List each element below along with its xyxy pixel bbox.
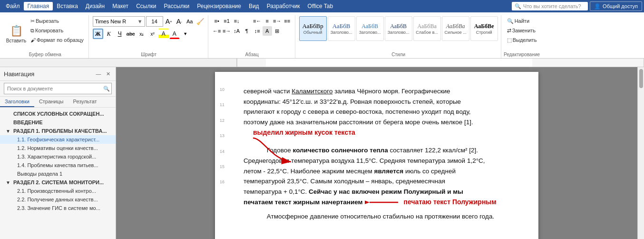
style-normal[interactable]: АаБбВр Обычный bbox=[299, 16, 327, 41]
superscript-button[interactable]: x² bbox=[147, 29, 158, 39]
borders-button[interactable]: ⊞ bbox=[273, 26, 282, 36]
font-size-selector[interactable]: 14 bbox=[146, 16, 163, 27]
find-button[interactable]: 🔍 Найти bbox=[505, 16, 539, 26]
navigation-panel: Навигация — ✕ 🔍 Заголовки Страницы Резул… bbox=[0, 67, 116, 239]
style-subtle[interactable]: АаБбВа Слабое в... bbox=[413, 16, 441, 41]
menu-file[interactable]: Файл bbox=[2, 2, 24, 10]
increase-indent-button[interactable]: ≡→ bbox=[222, 26, 232, 36]
paste-button[interactable]: 📋 Вставить bbox=[5, 21, 28, 46]
annotation-2-text: печатаю текст Полужирным bbox=[404, 197, 497, 207]
strikethrough-button[interactable]: abc bbox=[126, 29, 136, 39]
bullet-list-button[interactable]: ≡• bbox=[212, 16, 222, 26]
style-h3-label: Заголово... bbox=[388, 30, 410, 35]
tree-item-1-2[interactable]: 1.2. Нормативы оценки качеств... bbox=[0, 144, 116, 152]
tree-item-1-1[interactable]: 1.1. Геофизическая характерист... bbox=[0, 135, 116, 144]
multilevel-list-button[interactable]: ≡↓ bbox=[232, 16, 242, 26]
vertical-scrollbar-thumb[interactable] bbox=[639, 69, 643, 88]
tree-label-shortcuts: СПИСОК УСЛОВНЫХ СОКРАЩЕН... bbox=[13, 111, 104, 117]
change-case-button[interactable]: Aa bbox=[185, 17, 195, 26]
ruler: // will be drawn via JS below bbox=[0, 59, 644, 67]
subscript-button[interactable]: x₂ bbox=[137, 29, 147, 39]
italic-button[interactable]: К bbox=[104, 29, 114, 39]
menu-insert[interactable]: Вставка bbox=[53, 2, 82, 10]
tree-label-c1: Выводы раздела 1 bbox=[17, 171, 62, 177]
menu-right-area: 🔍 Что вы хотите сделать? 👤 Общий доступ bbox=[512, 1, 642, 11]
style-intense[interactable]: АаБбВе Строгий bbox=[470, 16, 498, 41]
line-spacing-button[interactable]: ↕≡ bbox=[253, 26, 262, 36]
style-heading2[interactable]: АаБбВ Заголово... bbox=[356, 16, 384, 41]
tree-label-1-2: 1.2. Нормативы оценки качеств... bbox=[17, 145, 98, 151]
menu-review[interactable]: Рецензирование bbox=[193, 2, 245, 10]
nav-tab-pages[interactable]: Страницы bbox=[34, 97, 68, 107]
menu-search-box[interactable]: 🔍 Что вы хотите сделать? bbox=[512, 2, 588, 10]
tree-item-2-3[interactable]: 2.3. Значение ГИС в системе мо... bbox=[0, 204, 116, 212]
clipboard-small-buttons: ✂ Вырезать ⧉ Копировать 🖌 Формат по обра… bbox=[29, 16, 86, 51]
font-color-dropdown[interactable]: ▼ bbox=[180, 29, 191, 39]
tree-item-intro[interactable]: ВВЕДЕНИЕ bbox=[0, 118, 116, 127]
tree-item-shortcuts[interactable]: СПИСОК УСЛОВНЫХ СОКРАЩЕН... bbox=[0, 110, 116, 118]
nav-search-area: 🔍 bbox=[0, 81, 116, 97]
tree-item-section2[interactable]: ▼ РАЗДЕЛ 2. СИСТЕМА МОНИТОРИ... bbox=[0, 178, 116, 187]
sort-button[interactable]: ↕A bbox=[232, 26, 242, 36]
tree-item-conclusions1[interactable]: Выводы раздела 1 bbox=[0, 169, 116, 178]
nav-close-button[interactable]: ✕ bbox=[104, 70, 112, 78]
nav-tabs: Заголовки Страницы Результат bbox=[0, 97, 116, 108]
annotation-arrow-2 bbox=[365, 198, 403, 207]
font-grow-button[interactable]: A+ bbox=[164, 17, 174, 26]
format-painter-button[interactable]: 🖌 Формат по образцу bbox=[29, 35, 86, 45]
tree-label-1-3: 1.3. Характеристика городской... bbox=[17, 154, 96, 159]
select-button[interactable]: ⬚ Выделить bbox=[505, 35, 539, 45]
style-subtle-preview: АаБбВа bbox=[418, 23, 437, 30]
align-right-button[interactable]: ≡→ bbox=[273, 16, 282, 26]
underline-button[interactable]: Ч bbox=[115, 29, 125, 39]
menu-design[interactable]: Дизайн bbox=[82, 2, 108, 10]
bold-text-2: является bbox=[374, 168, 404, 175]
tree-item-2-2[interactable]: 2.2. Получение данных качеств... bbox=[0, 195, 116, 204]
tree-item-1-4[interactable]: 1.4. Проблемы качества питьев... bbox=[0, 161, 116, 169]
style-h2-preview: АаБбВ bbox=[361, 23, 378, 30]
text-color-button[interactable]: A bbox=[169, 29, 180, 39]
menu-officetab[interactable]: Office Tab bbox=[304, 2, 337, 10]
document-area[interactable]: 10 11 12 13 14 15 16 северной части Кала… bbox=[116, 67, 637, 239]
cut-button[interactable]: ✂ Вырезать bbox=[29, 16, 86, 26]
font-name-selector[interactable]: Times New R ▼ bbox=[93, 16, 145, 27]
tree-item-2-1[interactable]: 2.1. Производственный контро... bbox=[0, 187, 116, 195]
style-heading1[interactable]: АаБбВ Заголово... bbox=[328, 16, 355, 41]
find-label: Найти bbox=[515, 18, 529, 24]
style-heading3[interactable]: АаБбВ Заголово... bbox=[385, 16, 412, 41]
tree-item-section1[interactable]: ▼ РАЗДЕЛ 1. ПРОБЛЕМЫ КАЧЕСТВА... bbox=[0, 127, 116, 135]
nav-minimize-button[interactable]: — bbox=[95, 70, 102, 78]
font-shrink-button[interactable]: A- bbox=[175, 17, 184, 26]
menu-developer[interactable]: Разработчик bbox=[263, 2, 304, 10]
number-list-button[interactable]: ≡1 bbox=[222, 16, 232, 26]
nav-tab-headings[interactable]: Заголовки bbox=[0, 97, 34, 107]
menu-view[interactable]: Вид bbox=[245, 2, 263, 10]
ruler-content: // will be drawn via JS below bbox=[237, 59, 644, 67]
nav-search-input[interactable] bbox=[4, 83, 112, 94]
show-marks-button[interactable]: ¶ bbox=[242, 26, 252, 36]
menu-references[interactable]: Ссылки bbox=[132, 2, 160, 10]
bold-button[interactable]: Ж bbox=[93, 29, 103, 39]
copy-button[interactable]: ⧉ Копировать bbox=[29, 26, 86, 35]
menu-layout[interactable]: Макет bbox=[108, 2, 132, 10]
tree-label-1-1: 1.1. Геофизическая характерист... bbox=[17, 137, 99, 142]
shading-button[interactable]: A bbox=[263, 26, 272, 36]
search-icon: 🔍 bbox=[515, 3, 521, 10]
share-button[interactable]: 👤 Общий доступ bbox=[590, 1, 642, 11]
decrease-indent-button[interactable]: ←≡ bbox=[212, 26, 222, 36]
style-strong[interactable]: АаБбВа Сильное ... bbox=[442, 16, 469, 41]
clear-format-button[interactable]: 🧹 bbox=[195, 17, 205, 26]
document-page: 10 11 12 13 14 15 16 северной части Кала… bbox=[215, 72, 538, 239]
align-center-button[interactable]: ≡ bbox=[263, 16, 272, 26]
replace-button[interactable]: ⇄ Заменить bbox=[505, 26, 539, 35]
doc-paragraph-3: Атмосферное давление относительно стабил… bbox=[244, 211, 510, 222]
tree-item-1-3[interactable]: 1.3. Характеристика городской... bbox=[0, 152, 116, 161]
align-justify-button[interactable]: ≡≡ bbox=[283, 16, 292, 26]
select-label: Выделить bbox=[513, 37, 537, 43]
ruler-svg: // will be drawn via JS below bbox=[237, 59, 644, 67]
text-highlight-button[interactable]: A bbox=[158, 29, 169, 39]
nav-tab-results[interactable]: Результат bbox=[68, 97, 102, 107]
align-left-button[interactable]: ≡← bbox=[253, 16, 262, 26]
menu-home[interactable]: Главная bbox=[24, 2, 53, 10]
menu-mailings[interactable]: Рассылки bbox=[160, 2, 193, 10]
